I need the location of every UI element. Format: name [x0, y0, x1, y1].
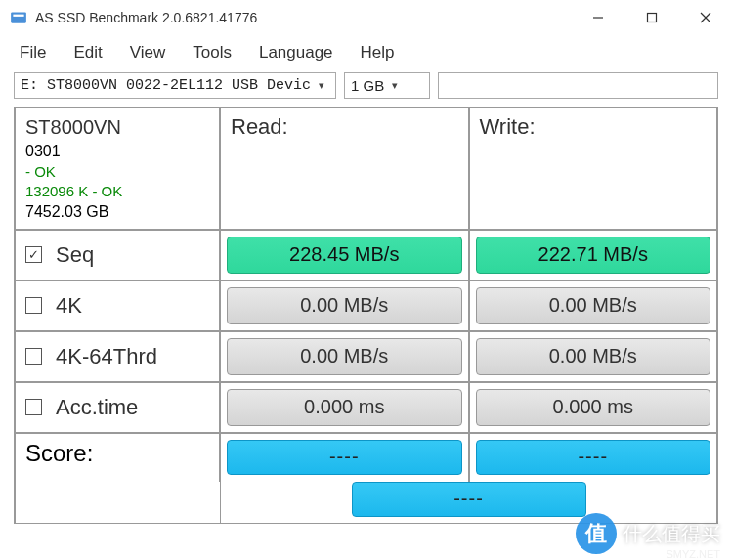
drive-info-cell: ST8000VN 0301 - OK 132096 K - OK 7452.03… [15, 108, 220, 230]
drive-select[interactable]: E: ST8000VN 0022-2EL112 USB Devic ▾ [14, 72, 336, 99]
4k-read-value: 0.00 MB/s [227, 287, 462, 324]
svg-rect-3 [647, 14, 656, 22]
row-acctime: Acc.time [15, 382, 220, 433]
score-read-value: ---- [227, 440, 462, 475]
row-seq: ✓ Seq [15, 230, 220, 280]
acctime-write-value: 0.000 ms [476, 389, 711, 426]
drive-status-1: - OK [25, 162, 56, 182]
score-read-cell: ---- [220, 433, 469, 482]
seq-label: Seq [56, 242, 94, 268]
4k64-checkbox[interactable] [25, 348, 42, 365]
chevron-down-icon: ▾ [319, 79, 324, 92]
svg-rect-1 [13, 15, 23, 17]
write-header: Write: [469, 108, 718, 230]
menu-view[interactable]: View [130, 43, 166, 63]
4k64-read-value: 0.00 MB/s [227, 338, 462, 375]
menu-edit[interactable]: Edit [73, 43, 102, 63]
menu-file[interactable]: File [20, 43, 46, 63]
size-select-value: 1 GB [351, 77, 384, 94]
acctime-label: Acc.time [56, 395, 138, 420]
score-spacer [15, 482, 220, 523]
4k-checkbox[interactable] [25, 297, 42, 314]
acctime-read-value: 0.000 ms [227, 389, 462, 426]
score-total-value: ---- [352, 482, 586, 517]
menubar: File Edit View Tools Language Help [0, 35, 732, 72]
score-write-value: ---- [476, 440, 711, 475]
row-4k64: 4K-64Thrd [15, 331, 220, 382]
acctime-read-cell: 0.000 ms [220, 382, 469, 433]
drive-status-2: 132096 K - OK [25, 182, 122, 201]
drive-capacity: 7452.03 GB [25, 201, 108, 223]
chevron-down-icon: ▾ [392, 79, 398, 92]
close-button[interactable] [678, 0, 732, 35]
menu-tools[interactable]: Tools [193, 43, 232, 63]
drive-fw: 0301 [25, 141, 61, 162]
4k64-write-value: 0.00 MB/s [476, 338, 711, 375]
svg-rect-0 [11, 12, 26, 22]
4k-label: 4K [56, 293, 82, 319]
4k64-read-cell: 0.00 MB/s [220, 331, 469, 382]
window-controls [571, 0, 732, 35]
window-title: AS SSD Benchmark 2.0.6821.41776 [35, 10, 571, 25]
drive-select-value: E: ST8000VN 0022-2EL112 USB Devic [21, 77, 311, 94]
seq-write-value: 222.71 MB/s [476, 237, 711, 274]
acctime-checkbox[interactable] [25, 399, 42, 415]
4k64-label: 4K-64Thrd [56, 344, 157, 369]
toolbar-textbox[interactable] [438, 72, 718, 99]
minimize-button[interactable] [571, 0, 624, 35]
4k64-write-cell: 0.00 MB/s [469, 331, 718, 382]
seq-checkbox[interactable]: ✓ [25, 246, 42, 263]
4k-read-cell: 0.00 MB/s [220, 280, 469, 331]
score-write-cell: ---- [469, 433, 718, 482]
4k-write-cell: 0.00 MB/s [469, 280, 718, 331]
seq-read-cell: 228.45 MB/s [220, 230, 469, 280]
menu-language[interactable]: Language [259, 43, 333, 63]
drive-model: ST8000VN [25, 114, 121, 141]
menu-help[interactable]: Help [361, 43, 395, 63]
score-label-cell: Score: [15, 433, 220, 482]
row-4k: 4K [15, 280, 220, 331]
watermark-url: SMYZ.NET [666, 548, 720, 560]
read-header: Read: [220, 108, 469, 230]
maximize-button[interactable] [624, 0, 678, 35]
results-grid: ST8000VN 0301 - OK 132096 K - OK 7452.03… [14, 107, 718, 524]
toolbar: E: ST8000VN 0022-2EL112 USB Devic ▾ 1 GB… [0, 72, 732, 107]
4k-write-value: 0.00 MB/s [476, 287, 711, 324]
size-select[interactable]: 1 GB ▾ [344, 72, 430, 99]
watermark-text: 什么值得买 [623, 521, 720, 547]
watermark-icon: 值 [576, 513, 617, 554]
titlebar: AS SSD Benchmark 2.0.6821.41776 [0, 0, 732, 35]
seq-read-value: 228.45 MB/s [227, 237, 462, 274]
app-icon [10, 9, 27, 26]
score-label: Score: [25, 440, 93, 467]
acctime-write-cell: 0.000 ms [469, 382, 718, 433]
seq-write-cell: 222.71 MB/s [469, 230, 718, 280]
